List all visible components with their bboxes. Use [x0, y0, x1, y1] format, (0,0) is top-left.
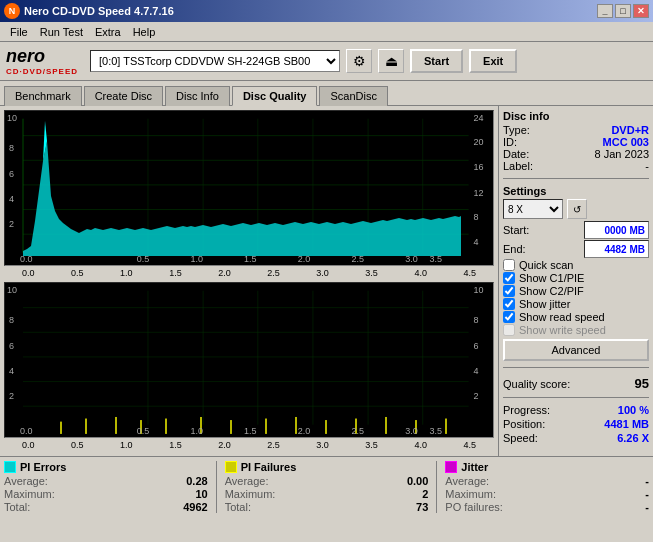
svg-text:12: 12 — [473, 188, 483, 198]
disc-label-label: Label: — [503, 160, 533, 172]
jitter-checkbox[interactable] — [503, 298, 515, 310]
tab-scan-disc[interactable]: ScanDisc — [319, 86, 387, 106]
pi-errors-rows: Average: 0.28 Maximum: 10 Total: 4962 — [4, 475, 208, 513]
drive-selector[interactable]: [0:0] TSSTcorp CDDVDW SH-224GB SB00 — [90, 50, 340, 72]
charts-area: 10 8 6 4 2 24 20 16 12 8 4 0.0 0.5 1.0 — [0, 106, 498, 456]
svg-text:8: 8 — [473, 315, 478, 325]
progress-section: Progress: 100 % Position: 4481 MB Speed:… — [503, 404, 649, 446]
pi-failures-header: PI Failures — [225, 461, 429, 473]
start-button[interactable]: Start — [410, 49, 463, 73]
bx-label-25: 2.5 — [267, 440, 280, 452]
eject-icon: ⏏ — [385, 53, 398, 69]
pif-avg-row: Average: 0.00 — [225, 475, 429, 487]
checkbox-c1pie: Show C1/PIE — [503, 272, 649, 284]
checkbox-write-speed: Show write speed — [503, 324, 649, 336]
window-title: Nero CD-DVD Speed 4.7.7.16 — [24, 5, 174, 17]
bx-label-35: 3.5 — [365, 440, 378, 452]
progress-label: Progress: — [503, 404, 550, 416]
advanced-button[interactable]: Advanced — [503, 339, 649, 361]
minimize-button[interactable]: _ — [597, 4, 613, 18]
svg-text:16: 16 — [473, 162, 483, 172]
jitter-avg-value: - — [645, 475, 649, 487]
svg-rect-61 — [165, 419, 167, 434]
read-speed-label: Show read speed — [519, 311, 605, 323]
progress-value: 100 % — [618, 404, 649, 416]
tab-create-disc[interactable]: Create Disc — [84, 86, 163, 106]
c2pif-checkbox[interactable] — [503, 285, 515, 297]
svg-text:2.5: 2.5 — [351, 254, 364, 264]
menu-file[interactable]: File — [4, 24, 34, 40]
divider-1 — [503, 178, 649, 179]
toolbar: nero CD·DVD/SPEED [0:0] TSSTcorp CDDVDW … — [0, 42, 653, 81]
jitter-po-label: PO failures: — [445, 501, 502, 513]
pif-total-value: 73 — [416, 501, 428, 513]
eject-button[interactable]: ⏏ — [378, 49, 404, 73]
svg-text:0.0: 0.0 — [20, 254, 33, 264]
x-label-2: 2.0 — [218, 268, 231, 280]
maximize-button[interactable]: □ — [615, 4, 631, 18]
drive-info-button[interactable]: ⚙ — [346, 49, 372, 73]
divider-2 — [503, 367, 649, 368]
bx-label-3: 3.0 — [316, 440, 329, 452]
svg-rect-59 — [115, 417, 117, 434]
disc-info-title: Disc info — [503, 110, 649, 122]
exit-button[interactable]: Exit — [469, 49, 517, 73]
write-speed-label: Show write speed — [519, 324, 606, 336]
end-label: End: — [503, 243, 526, 255]
position-label: Position: — [503, 418, 545, 430]
c1pie-checkbox[interactable] — [503, 272, 515, 284]
write-speed-checkbox[interactable] — [503, 324, 515, 336]
svg-rect-63 — [230, 420, 232, 434]
pi-max-row: Maximum: 10 — [4, 488, 208, 500]
tab-disc-info[interactable]: Disc Info — [165, 86, 230, 106]
svg-text:8: 8 — [9, 315, 14, 325]
close-button[interactable]: ✕ — [633, 4, 649, 18]
menu-run-test[interactable]: Run Test — [34, 24, 89, 40]
quick-scan-checkbox[interactable] — [503, 259, 515, 271]
logo-sub: CD·DVD/SPEED — [6, 67, 78, 76]
tab-benchmark[interactable]: Benchmark — [4, 86, 82, 106]
disc-label-row: Label: - — [503, 160, 649, 172]
stats-divider-1 — [216, 461, 217, 513]
speed-row: Speed: 6.26 X — [503, 432, 649, 444]
tab-disc-quality[interactable]: Disc Quality — [232, 86, 318, 106]
pi-failures-group: PI Failures Average: 0.00 Maximum: 2 Tot… — [225, 461, 429, 513]
menu-help[interactable]: Help — [127, 24, 162, 40]
read-speed-checkbox[interactable] — [503, 311, 515, 323]
settings-refresh-button[interactable]: ↺ — [567, 199, 587, 219]
bottom-chart-x-labels: 0.0 0.5 1.0 1.5 2.0 2.5 3.0 3.5 4.0 4.5 — [4, 440, 494, 452]
jitter-group: Jitter Average: - Maximum: - PO failures… — [445, 461, 649, 513]
pi-failures-color-box — [225, 461, 237, 473]
pi-errors-header: PI Errors — [4, 461, 208, 473]
c1pie-label: Show C1/PIE — [519, 272, 584, 284]
pif-avg-value: 0.00 — [407, 475, 428, 487]
top-chart-x-labels: 0.0 0.5 1.0 1.5 2.0 2.5 3.0 3.5 4.0 4.5 — [4, 268, 494, 280]
disc-label-value: - — [645, 160, 649, 172]
divider-3 — [503, 397, 649, 398]
checkbox-c2pif: Show C2/PIF — [503, 285, 649, 297]
speed-row: 8 X ↺ — [503, 199, 649, 219]
quality-score: 95 — [635, 376, 649, 391]
svg-text:3.5: 3.5 — [430, 254, 443, 264]
svg-text:1.0: 1.0 — [190, 426, 203, 436]
bottom-chart-svg: 10 8 6 4 2 10 8 6 4 2 — [5, 283, 493, 437]
x-label-1: 1.0 — [120, 268, 133, 280]
svg-text:2.0: 2.0 — [298, 254, 311, 264]
disc-date-label: Date: — [503, 148, 529, 160]
pi-failures-rows: Average: 0.00 Maximum: 2 Total: 73 — [225, 475, 429, 513]
svg-text:10: 10 — [7, 285, 17, 295]
title-bar: N Nero CD-DVD Speed 4.7.7.16 _ □ ✕ — [0, 0, 653, 22]
speed-selector[interactable]: 8 X — [503, 199, 563, 219]
svg-text:6: 6 — [473, 341, 478, 351]
tab-bar: Benchmark Create Disc Disc Info Disc Qua… — [0, 81, 653, 106]
start-input[interactable] — [584, 221, 649, 239]
jitter-label: Show jitter — [519, 298, 570, 310]
checkbox-quick-scan: Quick scan — [503, 259, 649, 271]
end-input[interactable] — [584, 240, 649, 258]
menu-extra[interactable]: Extra — [89, 24, 127, 40]
x-label-05: 0.5 — [71, 268, 84, 280]
bx-label-1: 1.0 — [120, 440, 133, 452]
pif-total-label: Total: — [225, 501, 251, 513]
svg-rect-35 — [5, 283, 493, 437]
jitter-color-box — [445, 461, 457, 473]
